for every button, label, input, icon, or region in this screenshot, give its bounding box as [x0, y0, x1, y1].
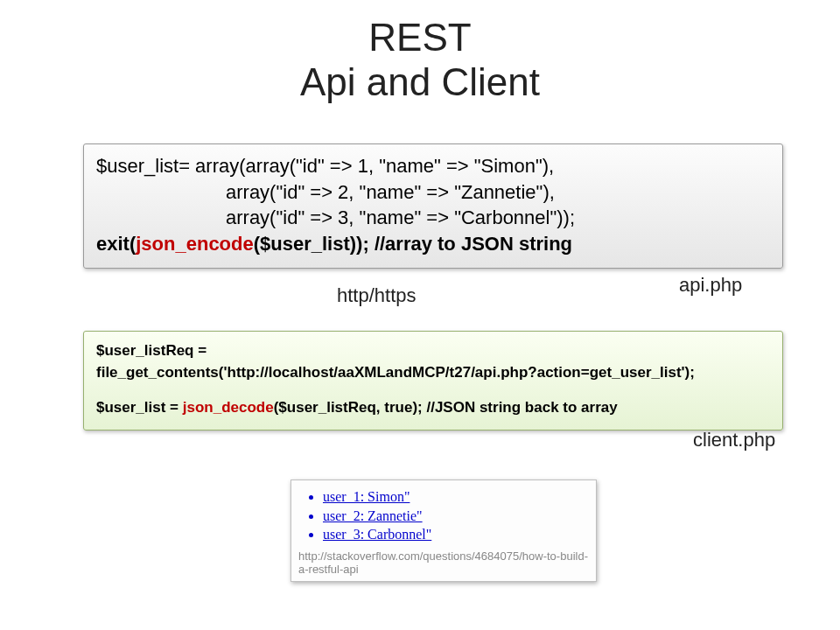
code-line: array("id" => 3, "name" => "Carbonnel"))…: [96, 205, 770, 231]
title-line-1: REST: [368, 16, 471, 59]
code-line: $user_listReq =: [96, 340, 770, 362]
result-link[interactable]: user_2: Zannetie": [323, 507, 589, 526]
result-list: user_1: Simon" user_2: Zannetie" user_3:…: [298, 487, 589, 544]
client-file-label: client.php: [693, 429, 775, 452]
result-output-box: user_1: Simon" user_2: Zannetie" user_3:…: [290, 480, 597, 582]
code-line: $user_list = json_decode($user_listReq, …: [96, 397, 770, 419]
result-link[interactable]: user_3: Carbonnel": [323, 525, 589, 544]
http-label: http/https: [337, 284, 416, 307]
client-code-box: $user_listReq = file_get_contents('http:…: [83, 331, 783, 430]
code-line: $user_list= array(array("id" => 1, "name…: [96, 153, 770, 179]
result-link[interactable]: user_1: Simon": [323, 487, 589, 507]
result-source-url: http://stackoverflow.com/questions/46840…: [298, 550, 589, 578]
title-line-2: Api and Client: [300, 60, 540, 103]
code-line: file_get_contents('http://localhost/aaXM…: [96, 362, 770, 384]
code-line: exit(json_encode($user_list)); //array t…: [96, 231, 770, 257]
api-file-label: api.php: [679, 274, 742, 297]
slide: REST Api and Client $user_list= array(ar…: [0, 0, 840, 630]
api-code-box: $user_list= array(array("id" => 1, "name…: [83, 144, 783, 269]
slide-title: REST Api and Client: [0, 16, 840, 104]
code-line: array("id" => 2, "name" => "Zannetie"),: [96, 179, 770, 206]
